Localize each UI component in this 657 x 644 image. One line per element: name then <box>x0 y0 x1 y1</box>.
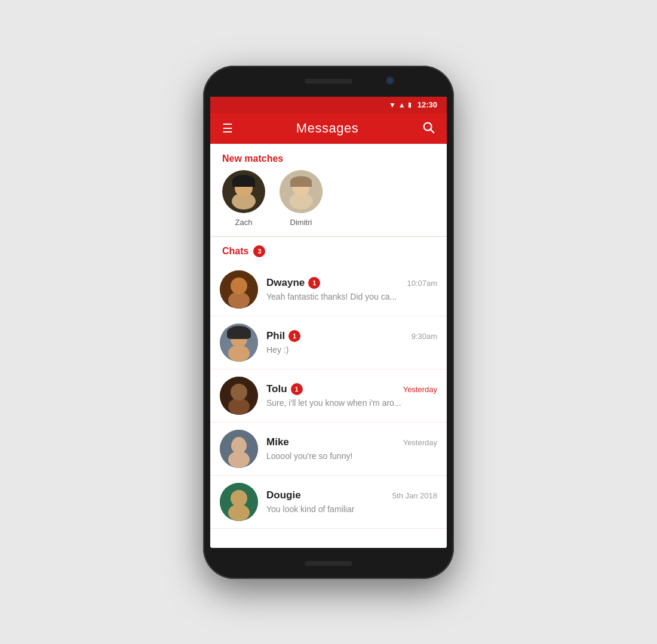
phone-body: ▼ ▲ ▮ 12:30 ☰ Messages <box>203 66 454 579</box>
phone-frame: ▼ ▲ ▮ 12:30 ☰ Messages <box>203 66 454 579</box>
svg-point-15 <box>232 331 246 346</box>
chats-badge: 3 <box>253 245 265 257</box>
chat-name-tolu: Tolu <box>266 383 287 395</box>
search-icon[interactable] <box>422 121 435 137</box>
svg-point-7 <box>289 193 313 209</box>
chat-list: Dwayne 1 10:07am Yeah fantastic thanks! … <box>210 263 447 529</box>
status-icons: ▼ ▲ ▮ <box>389 101 412 109</box>
chat-info-dwayne: Dwayne 1 10:07am Yeah fantastic thanks! … <box>266 277 437 301</box>
chat-info-tolu: Tolu 1 Yesterday Sure, i'll let you know… <box>266 383 437 408</box>
avatar-dougie <box>220 483 258 521</box>
chat-item-dougie[interactable]: Dougie 5th Jan 2018 You look kind of fam… <box>210 476 447 529</box>
svg-point-20 <box>228 398 250 415</box>
match-item-zach[interactable]: Zach <box>222 170 265 227</box>
app-header: ☰ Messages <box>210 113 447 144</box>
svg-point-23 <box>228 451 250 468</box>
svg-point-22 <box>232 437 246 452</box>
chat-preview-tolu: Sure, i'll let you know when i'm aro... <box>266 398 437 408</box>
signal-icon: ▲ <box>398 101 406 109</box>
chat-row-top-phil: Phil 1 9:30am <box>266 330 437 342</box>
svg-point-4 <box>232 193 256 209</box>
chat-name-dwayne: Dwayne <box>266 277 305 289</box>
svg-point-12 <box>232 278 246 293</box>
chat-name-wrap-mike: Mike <box>266 436 289 448</box>
chat-info-dougie: Dougie 5th Jan 2018 You look kind of fam… <box>266 489 437 514</box>
chat-name-phil: Phil <box>266 330 285 342</box>
svg-point-3 <box>235 177 252 196</box>
menu-icon[interactable]: ☰ <box>222 122 233 134</box>
chat-name-wrap-phil: Phil 1 <box>266 330 300 342</box>
chat-time-tolu: Yesterday <box>403 385 437 394</box>
new-matches-row: Zach <box>210 170 447 236</box>
chat-time-dougie: 5th Jan 2018 <box>392 491 437 500</box>
chat-time-dwayne: 10:07am <box>407 279 437 288</box>
avatar-tolu <box>220 377 258 415</box>
chat-preview-phil: Hey :) <box>266 345 437 355</box>
status-bar: ▼ ▲ ▮ 12:30 <box>210 97 447 113</box>
unread-badge-dwayne: 1 <box>308 277 320 289</box>
match-name-zach: Zach <box>235 218 253 227</box>
chat-row-top-dwayne: Dwayne 1 10:07am <box>266 277 437 289</box>
chat-preview-dougie: You look kind of familiar <box>266 504 437 514</box>
camera <box>386 76 394 85</box>
chat-time-mike: Yesterday <box>403 438 437 447</box>
status-time: 12:30 <box>417 100 437 109</box>
chat-row-top-dougie: Dougie 5th Jan 2018 <box>266 489 437 501</box>
chats-section-header: Chats 3 <box>210 237 447 263</box>
chat-preview-dwayne: Yeah fantastic thanks! Did you ca... <box>266 292 437 301</box>
app-title: Messages <box>296 121 358 136</box>
chat-name-mike: Mike <box>266 436 289 448</box>
svg-line-1 <box>431 130 434 133</box>
chat-time-phil: 9:30am <box>412 332 437 341</box>
new-matches-header: New matches <box>210 144 447 170</box>
wifi-icon: ▼ <box>389 101 396 109</box>
chat-name-wrap-tolu: Tolu 1 <box>266 383 303 395</box>
match-name-dimitri: Dimitri <box>290 218 312 227</box>
content-area: New matches Zach <box>210 144 447 548</box>
chat-item-tolu[interactable]: Tolu 1 Yesterday Sure, i'll let you know… <box>210 369 447 423</box>
svg-point-8 <box>298 185 300 187</box>
speaker-top <box>305 79 352 84</box>
battery-icon: ▮ <box>408 101 412 109</box>
svg-point-13 <box>228 292 250 309</box>
avatar-phil <box>220 323 258 362</box>
chat-name-wrap-dwayne: Dwayne 1 <box>266 277 320 289</box>
svg-point-26 <box>228 504 250 521</box>
chat-name-dougie: Dougie <box>266 489 301 501</box>
svg-point-9 <box>302 185 304 187</box>
chat-item-dwayne[interactable]: Dwayne 1 10:07am Yeah fantastic thanks! … <box>210 263 447 316</box>
avatar-mike <box>220 430 258 468</box>
chat-row-top-tolu: Tolu 1 Yesterday <box>266 383 437 395</box>
chat-row-top-mike: Mike Yesterday <box>266 436 437 448</box>
chat-info-mike: Mike Yesterday Looool you're so funny! <box>266 436 437 461</box>
svg-point-25 <box>232 490 246 506</box>
svg-point-19 <box>232 384 246 399</box>
phone-screen: ▼ ▲ ▮ 12:30 ☰ Messages <box>210 97 447 548</box>
svg-point-17 <box>228 345 250 362</box>
avatar-dimitri <box>280 170 323 213</box>
avatar-dwayne <box>220 270 258 309</box>
chat-info-phil: Phil 1 9:30am Hey :) <box>266 330 437 355</box>
chat-item-mike[interactable]: Mike Yesterday Looool you're so funny! <box>210 423 447 476</box>
chat-name-wrap-dougie: Dougie <box>266 489 301 501</box>
svg-point-6 <box>293 178 309 196</box>
chat-item-phil[interactable]: Phil 1 9:30am Hey :) <box>210 316 447 369</box>
svg-rect-10 <box>299 188 303 189</box>
unread-badge-tolu: 1 <box>291 383 303 395</box>
match-item-dimitri[interactable]: Dimitri <box>280 170 323 227</box>
chat-preview-mike: Looool you're so funny! <box>266 451 437 461</box>
chats-label: Chats <box>222 246 248 257</box>
unread-badge-phil: 1 <box>288 330 300 342</box>
avatar-zach <box>222 170 265 213</box>
svg-rect-16 <box>234 334 244 340</box>
speaker-bottom <box>305 561 352 566</box>
